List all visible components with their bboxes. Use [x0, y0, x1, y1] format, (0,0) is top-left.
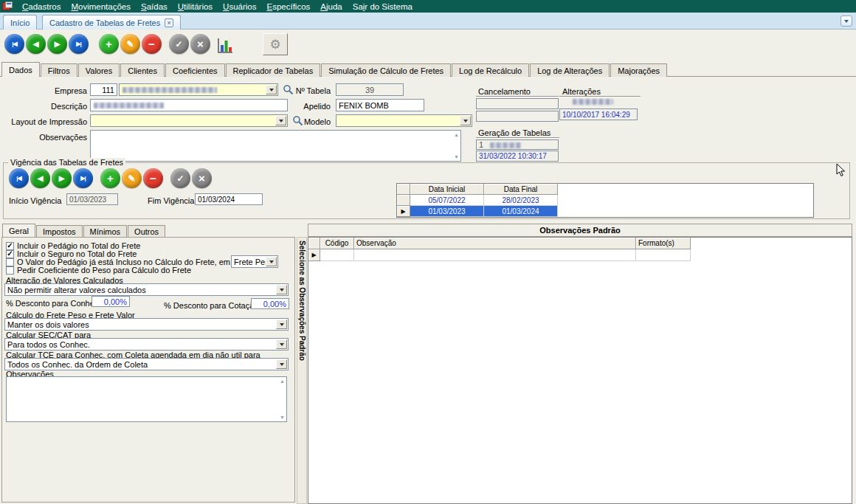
cell-data-inicial[interactable]: 05/07/2022 [410, 195, 484, 206]
menu-item-sair-do-sistema[interactable]: Sair do Sistema [348, 0, 418, 13]
dropdown-icon[interactable] [266, 257, 277, 266]
subtab-outros[interactable]: Outros [128, 225, 165, 237]
inicio-vigencia-label: Início Vigência [9, 196, 61, 205]
tab-log-de-recalculo[interactable]: Log de Recálculo [452, 63, 529, 77]
vigencia-edit-button[interactable]: ✎ [122, 168, 142, 188]
dropdown-icon[interactable] [266, 85, 277, 94]
cell-observacao[interactable] [354, 249, 636, 261]
column-header-data-inicial[interactable]: Data Inicial [410, 184, 484, 195]
vigencia-insert-button[interactable]: + [100, 168, 120, 188]
vigencia-nav-first-button[interactable]: |◀ [9, 168, 29, 188]
vigencia-delete-button[interactable]: − [143, 168, 163, 188]
nav-next-button[interactable]: ▶ [47, 34, 67, 54]
vigencia-nav-last-button[interactable]: ▶| [73, 168, 93, 188]
dropdown-icon[interactable] [276, 285, 287, 294]
scroll-down-icon[interactable]: ▼ [280, 415, 285, 420]
cell-data-final[interactable]: 28/02/2023 [484, 195, 558, 206]
frete-peso-combo[interactable]: Frete Peso [231, 255, 278, 268]
layout-impressao-combo[interactable] [90, 114, 288, 127]
cell-data-final-selected[interactable]: 01/03/2024 [484, 206, 558, 217]
tab-log-de-alteracoes[interactable]: Log de Alterações [530, 63, 610, 77]
chart-button[interactable] [216, 37, 234, 55]
cancelamento-rule [476, 96, 559, 97]
vigencia-confirm-button[interactable]: ✓ [170, 168, 190, 188]
delete-button[interactable]: − [142, 34, 162, 54]
alteracao-valores-combo[interactable]: Não permitir alterar valores calculados [4, 283, 289, 296]
subtab-geral[interactable]: Geral [2, 224, 35, 237]
tab-cadastro-tabelas-fretes[interactable]: Cadastro de Tabelas de Fretes × [42, 15, 181, 30]
vigencia-cancel-button[interactable]: × [192, 168, 212, 188]
subtab-impostos[interactable]: Impostos [36, 225, 83, 237]
cell-formato[interactable] [636, 249, 691, 261]
close-tab-icon[interactable]: × [165, 18, 173, 27]
menu-item-saidas[interactable]: Saídas [136, 0, 173, 13]
observacoes-textarea[interactable]: ▲ ▼ [90, 130, 461, 162]
tab-majoracoes[interactable]: Majorações [610, 63, 667, 77]
menu-item-cadastros[interactable]: Cadastros [17, 0, 66, 13]
cancelamento-label: Cancelamento [478, 87, 531, 96]
fim-vigencia-field[interactable]: 01/03/2024 [195, 193, 263, 205]
nav-first-button[interactable]: |◀ [4, 34, 24, 54]
insert-button[interactable]: + [99, 34, 119, 54]
edit-button[interactable]: ✎ [120, 34, 140, 54]
menu-item-especificos[interactable]: Específicos [261, 0, 315, 13]
modelo-combo[interactable] [336, 114, 472, 127]
cancel-button[interactable]: × [190, 34, 210, 54]
n-tabela-field: 39 [336, 83, 404, 96]
dropdown-icon[interactable] [276, 320, 287, 329]
column-header-observacao[interactable]: Observação [354, 238, 636, 249]
column-header-formato[interactable]: Formato(s) [636, 238, 691, 249]
tab-replicador-de-tabelas[interactable]: Replicador de Tabelas [226, 63, 321, 77]
apelido-label: Apelido [288, 102, 331, 111]
obs-padrao-grid: Código Observação Formato(s) ▶ [308, 237, 852, 504]
dropdown-icon[interactable] [275, 116, 286, 125]
grid-corner-cell [397, 184, 410, 195]
checkbox-icon [6, 258, 14, 266]
desconto-conhec-field[interactable]: 0,00% [92, 296, 130, 307]
apelido-field[interactable]: FENIX BOMB [336, 99, 424, 111]
vigencia-nav-prior-button[interactable]: ◀ [30, 168, 50, 188]
menu-item-usuarios[interactable]: Usuários [218, 0, 261, 13]
settings-button[interactable]: ⚙ [263, 33, 288, 55]
tab-overflow-chevron-icon[interactable] [841, 15, 852, 27]
modelo-label: Modelo [288, 117, 331, 126]
cell-codigo[interactable] [320, 249, 354, 261]
tab-valores[interactable]: Valores [78, 63, 120, 77]
confirm-button[interactable]: ✓ [169, 34, 189, 54]
tab-simulacao-de-calculo-de-fretes[interactable]: Simulação de Cálculo de Fretes [321, 63, 451, 77]
splitter-selecione-observacoes[interactable]: Selecione as Observações Padrão [297, 237, 307, 504]
subtab-minimos[interactable]: Mínimos [83, 225, 128, 237]
seccat-combo[interactable]: Para todos os Conhec. [4, 338, 289, 351]
column-header-codigo[interactable]: Código [320, 238, 354, 249]
desconto-cotacao-field[interactable]: 0,00% [251, 298, 289, 309]
dropdown-icon[interactable] [460, 116, 471, 125]
tab-inicio[interactable]: Início [3, 15, 37, 30]
vigencia-nav-next-button[interactable]: ▶ [52, 168, 72, 188]
scroll-down-icon[interactable]: ▼ [454, 154, 459, 159]
descricao-field[interactable] [90, 99, 288, 111]
scroll-up-icon[interactable]: ▲ [280, 379, 285, 384]
calculo-frete-combo[interactable]: Manter os dois valores [4, 318, 289, 331]
menu-item-ajuda[interactable]: Ajuda [315, 0, 347, 13]
cell-data-inicial-selected[interactable]: 01/03/2023 [410, 206, 484, 217]
column-header-data-final[interactable]: Data Final [484, 184, 558, 195]
menu-item-utilitarios[interactable]: Utilitários [173, 0, 218, 13]
tab-coeficientes[interactable]: Coeficientes [165, 63, 225, 77]
checkbox-pedir-coeficiente[interactable]: Pedir Coeficiente do Peso para Cálculo d… [6, 266, 191, 275]
dropdown-icon[interactable] [276, 339, 287, 349]
tce-combo[interactable]: Todos os Conhec. da Ordem de Coleta [4, 358, 289, 370]
observacoes-geral-textarea[interactable]: ▲ ▼ [6, 376, 287, 422]
tab-dados[interactable]: Dados [1, 62, 40, 77]
tab-filtros[interactable]: Filtros [41, 63, 77, 77]
empresa-combo[interactable] [119, 83, 278, 96]
tab-clientes[interactable]: Clientes [120, 63, 165, 77]
bar-chart-icon [216, 47, 234, 56]
menu-item-movimentacoes[interactable]: Movimentações [66, 0, 136, 13]
scroll-up-icon[interactable]: ▲ [454, 132, 459, 137]
dropdown-icon[interactable] [276, 359, 287, 369]
checkbox-label: Pedir Coeficiente do Peso para Cálculo d… [17, 266, 191, 275]
empresa-code-field[interactable]: 111 [90, 83, 117, 96]
nav-prior-button[interactable]: ◀ [26, 34, 46, 54]
fim-vigencia-label: Fim Vigência [148, 196, 194, 205]
nav-last-button[interactable]: ▶| [69, 34, 89, 54]
